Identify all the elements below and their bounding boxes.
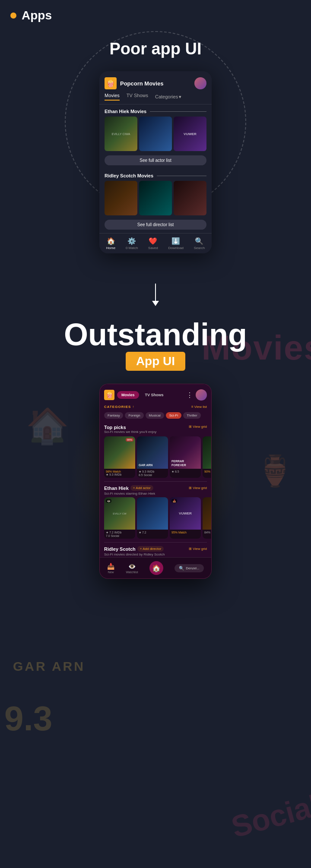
section-divider-2 [104,542,207,543]
app-title: Apps [22,9,52,22]
top-picks-title: Top picks [104,425,156,430]
movie-stat-imdb-2: ★ 9.3 IMDb [139,470,166,473]
movie-stat-3: ★ 8.5 [171,470,199,473]
ethan-poster-3: VUWER 📥 [170,497,201,530]
watchlist-icon: 👁️ [128,563,136,570]
cat-scifi[interactable]: Sci-Fi [166,412,181,419]
download-icon: ⬇️ [171,237,180,245]
outstanding-app-logo: 🍿 [104,390,114,400]
ferrar-title: FERRAR FOREVER [171,460,199,467]
out-nav-new[interactable]: 📥 New [107,563,114,574]
bg-imdb-text: 9.3 [4,699,52,739]
top-picks-movie-2[interactable]: GAR ARN ★ 9.3 IMDb 8.5 Social [137,436,168,478]
gararn-title: GAR ARN [139,464,166,467]
top-picks-poster-4: 90% [203,436,211,469]
top-picks-poster-2: GAR ARN [137,436,168,469]
top-picks-movie-1[interactable]: 98% 98% Match ★ 9.3 IMDb [104,436,135,478]
poor-ethan-movies-grid: EVILLY CIWA VUWER [99,117,212,154]
poor-nav-home[interactable]: 🏠 Home [106,237,115,250]
ethan-movie-4[interactable]: 84% [203,497,211,539]
arrow-head [152,301,159,306]
section-divider-line [150,111,206,112]
categories-bar: CATEGORIES ↑ ≡ View list [100,403,211,410]
poor-nav-saved[interactable]: ❤️ Saved [148,237,158,250]
top-picks-header: Top picks Sci-Fi movies we think you'll … [100,421,211,435]
top-picks-movie-4[interactable]: 90% 90% [203,436,211,478]
add-actor-btn[interactable]: + Add actor [130,485,153,491]
ethan-match-3: 95% Match [171,531,199,534]
poor-nav-categories[interactable]: Categories ▾ [155,93,181,101]
match-label: 0 Match [126,246,138,250]
popcorn-icon-out: 🍿 [106,391,113,398]
search-label: Search [194,246,205,250]
poor-ridley-movies-grid [99,181,212,218]
more-options-icon[interactable]: ⋮ [186,391,193,399]
poor-nav-bar: Movies TV Shows Categories ▾ [99,93,212,104]
ethan-section-header: Ethan Hiek + Add actor ⊞ View grid [100,483,211,492]
categories-scroll: Fantasy Foreign Musical Sci-Fi Thriller [100,410,211,421]
chevron-down-icon: ▾ [179,94,181,100]
home-icon-out: 🏠 [152,564,161,572]
ridley-view-grid[interactable]: ⊞ View grid [189,547,207,551]
arrow-shaft [155,284,156,301]
poor-user-avatar [194,77,206,89]
poor-see-full-director-btn[interactable]: See full director list [105,220,206,230]
poor-nav-search[interactable]: 🔍 Search [194,237,205,250]
movie-info-1: 98% Match ★ 9.3 IMDb [104,469,135,478]
poor-movie-poster-2 [139,117,172,151]
poor-nav-tvshows[interactable]: TV Shows [127,93,148,101]
ethan-actor-name: Ethan Hiek [104,486,129,491]
home-label: Home [106,246,115,250]
tab-movies[interactable]: Movies [117,391,139,399]
out-nav-search[interactable]: 🔍 Denzel... [175,564,204,572]
top-picks-view-grid[interactable]: ⊞ View grid [189,425,207,429]
poor-ridley-card-2 [139,181,172,215]
bg-social-text: Social [228,788,311,845]
cat-foreign[interactable]: Foreign [125,412,143,419]
bg-gararn-text: GAR ARN [13,659,85,674]
cat-thriller[interactable]: Thriller [183,412,200,419]
new-icon: 📥 [107,563,114,570]
tab-tvshows[interactable]: TV Shows [141,391,168,399]
poor-movie-card: VUWER [174,117,206,151]
poor-nav-movies[interactable]: Movies [105,93,120,101]
ethan-title-text: Ethan Hiek Movies [105,109,146,114]
outstanding-user-avatar [196,389,207,401]
outstanding-label: Outstanding [64,319,247,350]
ethan-movie-2[interactable]: ★ 7.2 [137,497,168,539]
poor-see-full-actor-btn[interactable]: See full actor list [105,155,206,165]
watchlist-label: Watchlist [126,571,138,574]
app-ui-badge-text: App UI [136,354,175,368]
ridley-section-header: Ridley Scotch + Add director ⊞ View grid [100,544,211,552]
view-list-btn[interactable]: ≡ View list [191,405,207,409]
ethan-movies-row: EVILLY CW 👁️ ★ 7.2 IMDb 7.0 Social ★ 7.2 [100,497,211,540]
cat-musical[interactable]: Musical [146,412,164,419]
out-nav-watchlist[interactable]: 👁️ Watchlist [126,563,138,574]
top-picks-poster-1: 98% [104,436,135,469]
top-picks-movies-row: 98% 98% Match ★ 9.3 IMDb GAR ARN ★ 9.3 I… [100,435,211,480]
cat-fantasy[interactable]: Fantasy [104,412,123,419]
movie-stat-match-4: 90% [204,470,211,473]
search-pill[interactable]: 🔍 Denzel... [175,564,204,572]
ethan-movie-1[interactable]: EVILLY CW 👁️ ★ 7.2 IMDb 7.0 Social [104,497,135,539]
movie-stat-imdb: ★ 9.3 IMDb [106,473,133,477]
ethan-social-1: 7.0 Social [106,534,133,537]
evilly-text: EVILLY CW [112,511,127,516]
top-picks-movie-3[interactable]: FERRAR FOREVER ★ 8.5 [170,436,201,478]
poor-ethan-section-title: Ethan Hiek Movies [99,104,212,117]
ethan-view-grid[interactable]: ⊞ View grid [189,486,207,490]
out-nav-home[interactable]: 🏠 [149,561,163,575]
ethan-movie-info-3: 95% Match [170,530,201,535]
ethan-movie-3[interactable]: VUWER 📥 95% Match [170,497,201,539]
app-ui-badge: App UI [126,352,185,371]
match-badge-1: 98% [126,438,133,442]
ridley-subtitle: Sci-Fi movies directed by Ridley Scotch [100,552,211,557]
poor-nav-match[interactable]: ⚙️ 0 Match [126,237,138,250]
poor-phone-mockup: 🍿 Popcorn Movies Movies TV Shows Categor… [99,71,212,253]
movie-stat-match: 98% Match [106,470,133,473]
add-director-btn[interactable]: + Add director [137,546,164,552]
section-divider-1 [104,481,207,482]
poor-bottom-nav: 🏠 Home ⚙️ 0 Match ❤️ Saved ⬇️ Download 🔍… [99,233,212,253]
outstanding-phone-mockup: 🍿 Movies TV Shows ⋮ CATEGORIES ↑ ≡ View … [99,384,212,579]
poor-nav-download[interactable]: ⬇️ Download [168,237,184,250]
